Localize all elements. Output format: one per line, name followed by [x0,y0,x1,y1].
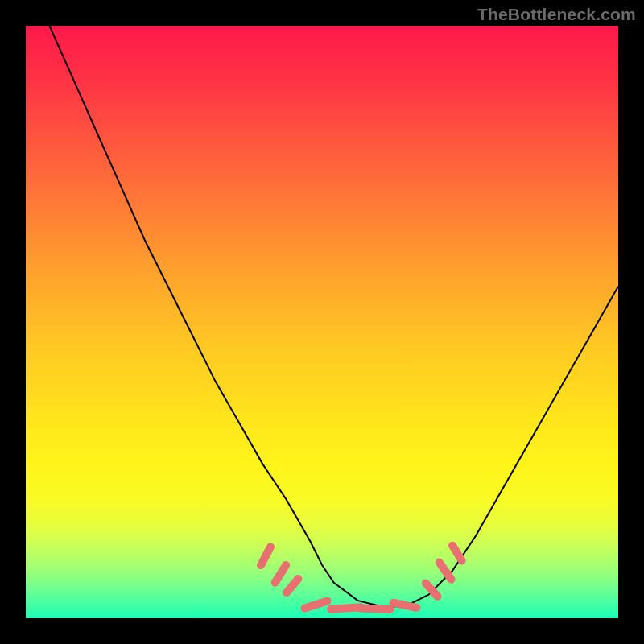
curve-marker [275,565,287,583]
curve-marker [287,579,298,592]
curve-marker [440,563,452,580]
curve-marker [394,603,417,608]
curve-marker [305,601,328,609]
curve-markers [261,546,462,609]
watermark-text: TheBottleneck.com [477,5,636,24]
chart-frame: TheBottleneck.com [0,0,644,644]
bottleneck-curve [49,26,618,606]
chart-svg [26,26,618,618]
curve-marker [452,546,462,561]
curve-marker [261,547,270,565]
curve-marker [331,607,361,609]
curve-marker [361,609,390,609]
plot-area [26,26,618,618]
